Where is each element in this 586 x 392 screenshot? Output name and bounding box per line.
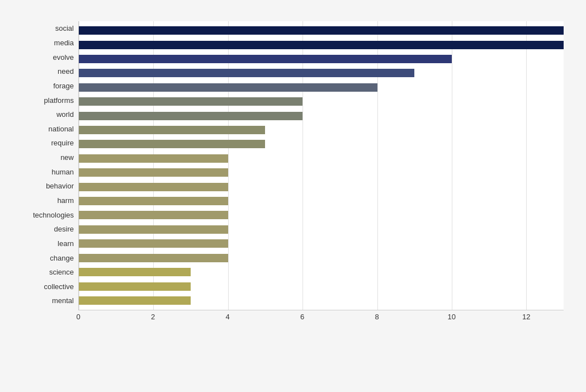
y-label: evolve: [53, 54, 74, 61]
bar-row: [79, 279, 564, 293]
bar: [79, 26, 564, 35]
bar-row: [79, 137, 564, 151]
bar-row: [79, 208, 564, 222]
bar: [79, 126, 265, 134]
bar: [79, 97, 303, 106]
bar: [79, 55, 452, 63]
bar: [79, 211, 228, 219]
bar-row: [79, 37, 564, 51]
chart-area: socialmediaevolveneedforageplatformsworl…: [22, 21, 564, 324]
y-label: science: [49, 268, 74, 276]
bar-row: [79, 223, 564, 237]
bar-row: [79, 166, 564, 180]
y-label: learn: [58, 240, 74, 247]
y-label: mental: [52, 297, 74, 304]
bars-group: [79, 21, 564, 310]
y-label: social: [55, 25, 74, 32]
bar: [79, 239, 228, 248]
y-label: change: [50, 254, 74, 262]
bar-row: [79, 180, 564, 193]
bar: [79, 140, 265, 148]
chart-container: socialmediaevolveneedforageplatformsworl…: [0, 0, 586, 392]
y-label: harm: [57, 197, 74, 204]
bar: [79, 254, 228, 262]
y-label: behavior: [46, 182, 74, 190]
y-label: platforms: [44, 97, 74, 104]
x-tick-label: 12: [522, 313, 530, 321]
bar-row: [79, 23, 564, 37]
x-tick-label: 6: [300, 313, 304, 321]
bar-row: [79, 294, 564, 308]
y-label: collective: [44, 283, 74, 290]
y-labels: socialmediaevolveneedforageplatformsworl…: [22, 21, 78, 324]
bar: [79, 168, 228, 177]
y-label: human: [51, 168, 74, 176]
x-tick-label: 2: [151, 313, 155, 321]
bar-row: [79, 66, 564, 80]
bar-row: [79, 152, 564, 166]
x-tick-label: 8: [375, 313, 379, 321]
x-tick-label: 10: [447, 313, 455, 321]
bar-row: [79, 194, 564, 208]
bar: [79, 282, 191, 291]
y-label: world: [56, 111, 74, 118]
bar-row: [79, 52, 564, 66]
bar: [79, 83, 377, 92]
bars-panel: [78, 21, 564, 310]
bar: [79, 296, 191, 305]
bar: [79, 154, 228, 163]
y-label: require: [51, 139, 74, 147]
y-label: technologies: [33, 211, 74, 219]
bar-row: [79, 265, 564, 279]
bar: [79, 183, 228, 191]
bar: [79, 112, 303, 120]
bar: [79, 268, 191, 276]
x-axis-ticks: 024681012: [78, 310, 564, 323]
y-label: media: [54, 39, 74, 46]
bar: [79, 41, 564, 49]
bar-row: [79, 251, 564, 265]
bar: [79, 225, 228, 234]
y-label: new: [60, 154, 74, 161]
bar-row: [79, 237, 564, 251]
bar-row: [79, 123, 564, 137]
bar-row: [79, 95, 564, 108]
x-tick-label: 0: [76, 313, 80, 321]
y-label: need: [58, 68, 74, 75]
bar: [79, 197, 228, 205]
y-label: forage: [53, 82, 74, 89]
bars-and-xaxis: 024681012: [78, 21, 564, 324]
bar-row: [79, 108, 564, 122]
bar-row: [79, 81, 564, 95]
y-label: national: [48, 125, 74, 133]
x-tick-label: 4: [225, 313, 229, 321]
y-label: desire: [54, 225, 74, 233]
bar: [79, 69, 414, 77]
